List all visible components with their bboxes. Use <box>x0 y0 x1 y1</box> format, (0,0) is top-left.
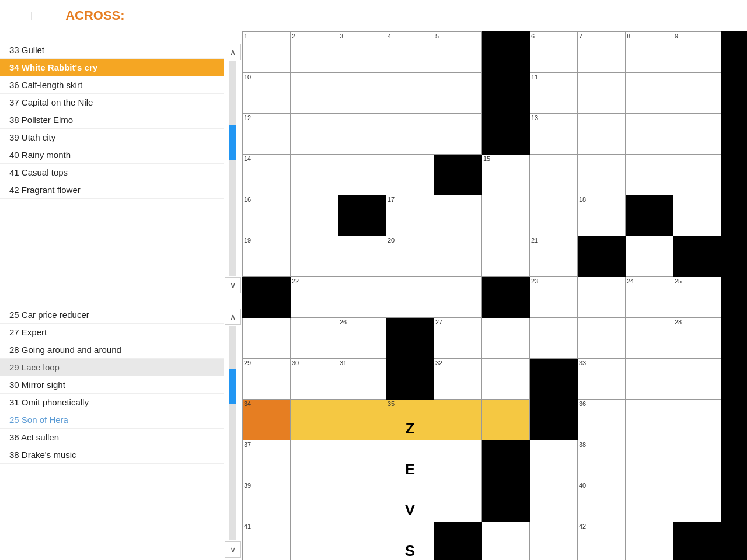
grid-cell[interactable] <box>578 155 626 195</box>
grid-cell[interactable] <box>626 155 673 195</box>
grid-cell[interactable] <box>338 481 386 522</box>
grid-cell[interactable]: 18 <box>578 195 626 236</box>
grid-cell[interactable]: 16 <box>243 195 291 236</box>
grid-cell[interactable] <box>338 277 386 318</box>
grid-cell[interactable]: 7 <box>578 32 626 73</box>
grid-cell[interactable] <box>338 114 386 155</box>
grid-cell[interactable]: 34 <box>243 400 291 440</box>
grid-cell[interactable]: 28 <box>673 318 721 359</box>
grid-cell[interactable] <box>530 318 578 359</box>
grid-cell[interactable]: 6 <box>530 32 578 73</box>
grid-cell[interactable] <box>530 522 578 561</box>
grid-cell[interactable] <box>386 277 434 318</box>
grid-cell[interactable]: 21 <box>530 236 578 277</box>
grid-cell[interactable] <box>386 114 434 155</box>
grid-cell[interactable]: 17 <box>386 195 434 236</box>
grid-cell[interactable]: 9 <box>673 32 721 73</box>
down-scroll-up[interactable]: ∧ <box>225 309 241 325</box>
grid-cell[interactable]: 20 <box>386 236 434 277</box>
grid-cell[interactable] <box>291 236 338 277</box>
grid-cell[interactable] <box>530 195 578 236</box>
grid-cell[interactable] <box>530 481 578 522</box>
grid-cell[interactable] <box>291 155 338 195</box>
grid-cell[interactable] <box>434 195 482 236</box>
grid-cell[interactable] <box>482 359 530 400</box>
clue-item[interactable]: 37 Capital on the Nile <box>0 94 224 111</box>
clue-item[interactable]: 38 Drake's music <box>0 446 224 464</box>
grid-cell[interactable]: V <box>386 481 434 522</box>
grid-cell[interactable] <box>338 155 386 195</box>
grid-cell[interactable] <box>291 318 338 359</box>
grid-cell[interactable] <box>578 73 626 114</box>
grid-cell[interactable]: 13 <box>530 114 578 155</box>
clue-item[interactable]: 28 Going around and around <box>0 341 224 359</box>
grid-cell[interactable] <box>434 236 482 277</box>
grid-cell[interactable] <box>578 318 626 359</box>
clue-item[interactable]: 27 Expert <box>0 324 224 341</box>
grid-cell[interactable]: 37 <box>243 440 291 481</box>
grid-cell[interactable]: 29 <box>243 359 291 400</box>
grid-cell[interactable] <box>530 440 578 481</box>
grid-cell[interactable]: 5 <box>434 32 482 73</box>
grid-cell[interactable] <box>291 522 338 561</box>
clue-item[interactable]: 29 Lace loop <box>0 359 224 376</box>
grid-cell[interactable] <box>338 73 386 114</box>
grid-cell[interactable]: 42 <box>578 522 626 561</box>
grid-cell[interactable] <box>673 359 721 400</box>
grid-cell[interactable]: 11 <box>530 73 578 114</box>
grid-cell[interactable] <box>291 440 338 481</box>
grid-cell[interactable] <box>673 400 721 440</box>
grid-cell[interactable]: 25 <box>673 277 721 318</box>
grid-cell[interactable]: 15 <box>482 155 530 195</box>
grid-cell[interactable] <box>434 400 482 440</box>
grid-cell[interactable]: 40 <box>578 481 626 522</box>
grid-cell[interactable]: 38 <box>578 440 626 481</box>
grid-cell[interactable] <box>578 277 626 318</box>
grid-cell[interactable]: 39 <box>243 481 291 522</box>
grid-cell[interactable] <box>673 481 721 522</box>
grid-cell[interactable] <box>626 481 673 522</box>
grid-cell[interactable]: 33 <box>578 359 626 400</box>
grid-cell[interactable] <box>626 400 673 440</box>
grid-cell[interactable]: 10 <box>243 73 291 114</box>
grid-cell[interactable]: E <box>386 440 434 481</box>
grid-cell[interactable]: 23 <box>530 277 578 318</box>
grid-cell[interactable] <box>673 73 721 114</box>
clue-item[interactable]: 39 Utah city <box>0 129 224 146</box>
grid-cell[interactable] <box>291 73 338 114</box>
grid-cell[interactable] <box>386 73 434 114</box>
grid-cell[interactable]: 27 <box>434 318 482 359</box>
grid-cell[interactable] <box>626 318 673 359</box>
clue-item[interactable]: 42 Fragrant flower <box>0 181 224 199</box>
grid-cell[interactable] <box>482 236 530 277</box>
across-scroll-down[interactable]: ∨ <box>225 277 241 293</box>
grid-cell[interactable] <box>578 114 626 155</box>
clue-item[interactable]: 36 Calf-length skirt <box>0 76 224 94</box>
clue-item[interactable]: 36 Act sullen <box>0 429 224 446</box>
clue-item[interactable]: 30 Mirror sight <box>0 376 224 394</box>
grid-cell[interactable] <box>626 73 673 114</box>
grid-cell[interactable] <box>482 400 530 440</box>
grid-cell[interactable] <box>291 400 338 440</box>
clue-item[interactable]: 40 Rainy month <box>0 146 224 164</box>
grid-cell[interactable]: 2 <box>291 32 338 73</box>
grid-cell[interactable] <box>530 155 578 195</box>
clue-item[interactable]: 25 Car price reducer <box>0 306 224 324</box>
clue-item[interactable]: 31 Omit phonetically <box>0 394 224 411</box>
clue-item[interactable]: 41 Casual tops <box>0 164 224 181</box>
grid-cell[interactable]: 30 <box>291 359 338 400</box>
grid-cell[interactable] <box>291 481 338 522</box>
grid-cell[interactable] <box>673 155 721 195</box>
grid-cell[interactable]: 12 <box>243 114 291 155</box>
grid-cell[interactable] <box>482 195 530 236</box>
grid-cell[interactable] <box>434 114 482 155</box>
grid-cell[interactable] <box>482 318 530 359</box>
grid-cell[interactable] <box>482 522 530 561</box>
grid-cell[interactable] <box>626 522 673 561</box>
clue-item[interactable]: 38 Pollster Elmo <box>0 111 224 129</box>
grid-cell[interactable] <box>291 114 338 155</box>
grid-cell[interactable]: 31 <box>338 359 386 400</box>
grid-cell[interactable]: 4 <box>386 32 434 73</box>
grid-cell[interactable] <box>434 277 482 318</box>
grid-cell[interactable] <box>338 236 386 277</box>
